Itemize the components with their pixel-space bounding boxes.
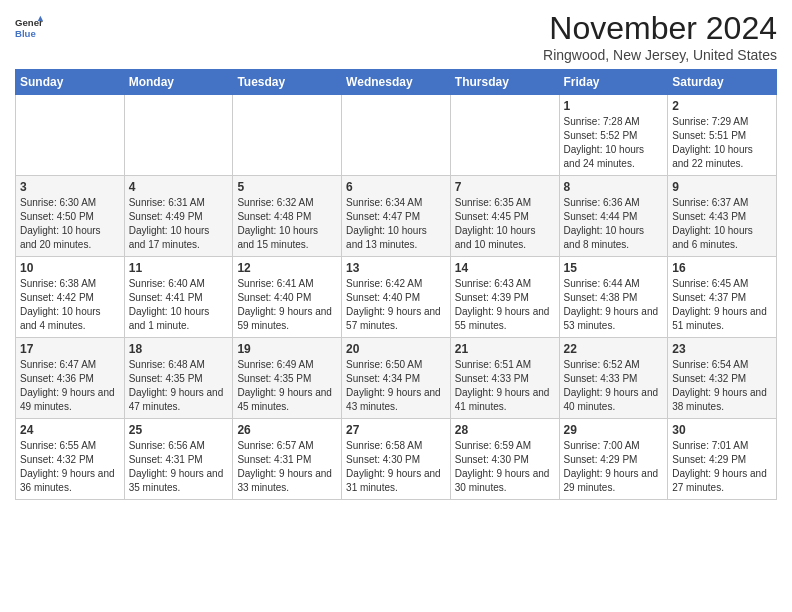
weekday-header-friday: Friday xyxy=(559,70,668,95)
day-number: 14 xyxy=(455,261,555,275)
day-info: Sunrise: 6:55 AM Sunset: 4:32 PM Dayligh… xyxy=(20,439,120,495)
day-number: 4 xyxy=(129,180,229,194)
day-info: Sunrise: 6:43 AM Sunset: 4:39 PM Dayligh… xyxy=(455,277,555,333)
calendar-cell: 1Sunrise: 7:28 AM Sunset: 5:52 PM Daylig… xyxy=(559,95,668,176)
calendar-cell: 19Sunrise: 6:49 AM Sunset: 4:35 PM Dayli… xyxy=(233,338,342,419)
calendar-cell: 11Sunrise: 6:40 AM Sunset: 4:41 PM Dayli… xyxy=(124,257,233,338)
day-number: 22 xyxy=(564,342,664,356)
day-number: 21 xyxy=(455,342,555,356)
calendar-cell: 4Sunrise: 6:31 AM Sunset: 4:49 PM Daylig… xyxy=(124,176,233,257)
day-number: 5 xyxy=(237,180,337,194)
day-info: Sunrise: 6:37 AM Sunset: 4:43 PM Dayligh… xyxy=(672,196,772,252)
day-info: Sunrise: 6:51 AM Sunset: 4:33 PM Dayligh… xyxy=(455,358,555,414)
calendar-cell: 21Sunrise: 6:51 AM Sunset: 4:33 PM Dayli… xyxy=(450,338,559,419)
day-info: Sunrise: 6:45 AM Sunset: 4:37 PM Dayligh… xyxy=(672,277,772,333)
calendar-week-1: 3Sunrise: 6:30 AM Sunset: 4:50 PM Daylig… xyxy=(16,176,777,257)
day-info: Sunrise: 6:30 AM Sunset: 4:50 PM Dayligh… xyxy=(20,196,120,252)
calendar-cell: 6Sunrise: 6:34 AM Sunset: 4:47 PM Daylig… xyxy=(342,176,451,257)
day-number: 7 xyxy=(455,180,555,194)
day-number: 11 xyxy=(129,261,229,275)
day-info: Sunrise: 6:50 AM Sunset: 4:34 PM Dayligh… xyxy=(346,358,446,414)
day-number: 2 xyxy=(672,99,772,113)
day-number: 8 xyxy=(564,180,664,194)
day-info: Sunrise: 6:36 AM Sunset: 4:44 PM Dayligh… xyxy=(564,196,664,252)
day-info: Sunrise: 6:31 AM Sunset: 4:49 PM Dayligh… xyxy=(129,196,229,252)
title-area: November 2024 Ringwood, New Jersey, Unit… xyxy=(543,10,777,63)
day-info: Sunrise: 6:58 AM Sunset: 4:30 PM Dayligh… xyxy=(346,439,446,495)
day-info: Sunrise: 6:32 AM Sunset: 4:48 PM Dayligh… xyxy=(237,196,337,252)
day-info: Sunrise: 6:38 AM Sunset: 4:42 PM Dayligh… xyxy=(20,277,120,333)
logo-icon: General Blue xyxy=(15,14,43,42)
weekday-header-tuesday: Tuesday xyxy=(233,70,342,95)
day-info: Sunrise: 6:49 AM Sunset: 4:35 PM Dayligh… xyxy=(237,358,337,414)
calendar-cell: 2Sunrise: 7:29 AM Sunset: 5:51 PM Daylig… xyxy=(668,95,777,176)
svg-text:General: General xyxy=(15,17,43,28)
calendar-cell: 30Sunrise: 7:01 AM Sunset: 4:29 PM Dayli… xyxy=(668,419,777,500)
calendar-cell: 14Sunrise: 6:43 AM Sunset: 4:39 PM Dayli… xyxy=(450,257,559,338)
calendar-week-2: 10Sunrise: 6:38 AM Sunset: 4:42 PM Dayli… xyxy=(16,257,777,338)
day-number: 28 xyxy=(455,423,555,437)
calendar-cell: 20Sunrise: 6:50 AM Sunset: 4:34 PM Dayli… xyxy=(342,338,451,419)
weekday-header-thursday: Thursday xyxy=(450,70,559,95)
day-number: 20 xyxy=(346,342,446,356)
day-number: 13 xyxy=(346,261,446,275)
calendar-week-3: 17Sunrise: 6:47 AM Sunset: 4:36 PM Dayli… xyxy=(16,338,777,419)
day-number: 26 xyxy=(237,423,337,437)
day-info: Sunrise: 6:35 AM Sunset: 4:45 PM Dayligh… xyxy=(455,196,555,252)
calendar-cell: 8Sunrise: 6:36 AM Sunset: 4:44 PM Daylig… xyxy=(559,176,668,257)
calendar-week-0: 1Sunrise: 7:28 AM Sunset: 5:52 PM Daylig… xyxy=(16,95,777,176)
calendar-week-4: 24Sunrise: 6:55 AM Sunset: 4:32 PM Dayli… xyxy=(16,419,777,500)
day-info: Sunrise: 6:47 AM Sunset: 4:36 PM Dayligh… xyxy=(20,358,120,414)
day-info: Sunrise: 6:44 AM Sunset: 4:38 PM Dayligh… xyxy=(564,277,664,333)
day-info: Sunrise: 7:00 AM Sunset: 4:29 PM Dayligh… xyxy=(564,439,664,495)
calendar-cell: 13Sunrise: 6:42 AM Sunset: 4:40 PM Dayli… xyxy=(342,257,451,338)
day-info: Sunrise: 6:41 AM Sunset: 4:40 PM Dayligh… xyxy=(237,277,337,333)
day-number: 17 xyxy=(20,342,120,356)
calendar-cell: 24Sunrise: 6:55 AM Sunset: 4:32 PM Dayli… xyxy=(16,419,125,500)
day-info: Sunrise: 6:54 AM Sunset: 4:32 PM Dayligh… xyxy=(672,358,772,414)
day-number: 30 xyxy=(672,423,772,437)
calendar-cell: 10Sunrise: 6:38 AM Sunset: 4:42 PM Dayli… xyxy=(16,257,125,338)
day-info: Sunrise: 6:40 AM Sunset: 4:41 PM Dayligh… xyxy=(129,277,229,333)
day-number: 15 xyxy=(564,261,664,275)
calendar-table: SundayMondayTuesdayWednesdayThursdayFrid… xyxy=(15,69,777,500)
calendar-cell: 28Sunrise: 6:59 AM Sunset: 4:30 PM Dayli… xyxy=(450,419,559,500)
weekday-header-saturday: Saturday xyxy=(668,70,777,95)
calendar-cell: 5Sunrise: 6:32 AM Sunset: 4:48 PM Daylig… xyxy=(233,176,342,257)
day-number: 19 xyxy=(237,342,337,356)
location: Ringwood, New Jersey, United States xyxy=(543,47,777,63)
day-info: Sunrise: 7:29 AM Sunset: 5:51 PM Dayligh… xyxy=(672,115,772,171)
day-info: Sunrise: 7:28 AM Sunset: 5:52 PM Dayligh… xyxy=(564,115,664,171)
svg-text:Blue: Blue xyxy=(15,28,36,39)
calendar-cell: 18Sunrise: 6:48 AM Sunset: 4:35 PM Dayli… xyxy=(124,338,233,419)
calendar-cell: 29Sunrise: 7:00 AM Sunset: 4:29 PM Dayli… xyxy=(559,419,668,500)
weekday-header-sunday: Sunday xyxy=(16,70,125,95)
weekday-header-wednesday: Wednesday xyxy=(342,70,451,95)
day-number: 16 xyxy=(672,261,772,275)
day-number: 24 xyxy=(20,423,120,437)
day-info: Sunrise: 6:52 AM Sunset: 4:33 PM Dayligh… xyxy=(564,358,664,414)
weekday-header-monday: Monday xyxy=(124,70,233,95)
calendar-cell: 7Sunrise: 6:35 AM Sunset: 4:45 PM Daylig… xyxy=(450,176,559,257)
calendar-cell xyxy=(233,95,342,176)
day-number: 18 xyxy=(129,342,229,356)
header: General Blue November 2024 Ringwood, New… xyxy=(15,10,777,63)
day-number: 23 xyxy=(672,342,772,356)
calendar-cell: 27Sunrise: 6:58 AM Sunset: 4:30 PM Dayli… xyxy=(342,419,451,500)
day-number: 10 xyxy=(20,261,120,275)
day-number: 12 xyxy=(237,261,337,275)
day-number: 3 xyxy=(20,180,120,194)
day-info: Sunrise: 6:59 AM Sunset: 4:30 PM Dayligh… xyxy=(455,439,555,495)
day-number: 1 xyxy=(564,99,664,113)
calendar-cell: 26Sunrise: 6:57 AM Sunset: 4:31 PM Dayli… xyxy=(233,419,342,500)
calendar-cell: 22Sunrise: 6:52 AM Sunset: 4:33 PM Dayli… xyxy=(559,338,668,419)
calendar-cell xyxy=(16,95,125,176)
calendar-cell xyxy=(124,95,233,176)
calendar-cell xyxy=(450,95,559,176)
calendar-cell: 25Sunrise: 6:56 AM Sunset: 4:31 PM Dayli… xyxy=(124,419,233,500)
day-number: 29 xyxy=(564,423,664,437)
calendar-cell: 23Sunrise: 6:54 AM Sunset: 4:32 PM Dayli… xyxy=(668,338,777,419)
day-number: 25 xyxy=(129,423,229,437)
day-number: 27 xyxy=(346,423,446,437)
calendar-cell xyxy=(342,95,451,176)
